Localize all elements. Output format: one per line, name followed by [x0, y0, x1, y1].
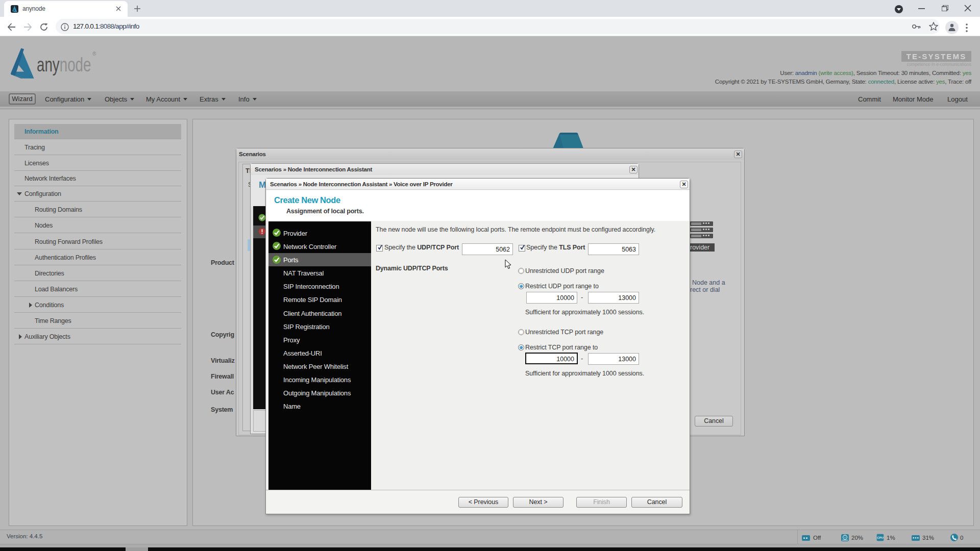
svg-text:CPU: CPU [877, 536, 884, 539]
